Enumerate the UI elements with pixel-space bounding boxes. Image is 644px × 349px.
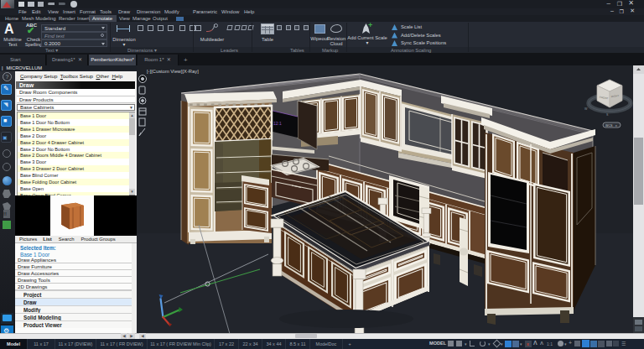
svg-text:W: W <box>584 107 588 111</box>
svg-text:WCS: WCS <box>605 124 613 128</box>
svg-text:[-][Custom View][X-Ray]: [-][Custom View][X-Ray] <box>147 69 199 74</box>
svg-text:12:1: 12:1 <box>273 121 282 126</box>
